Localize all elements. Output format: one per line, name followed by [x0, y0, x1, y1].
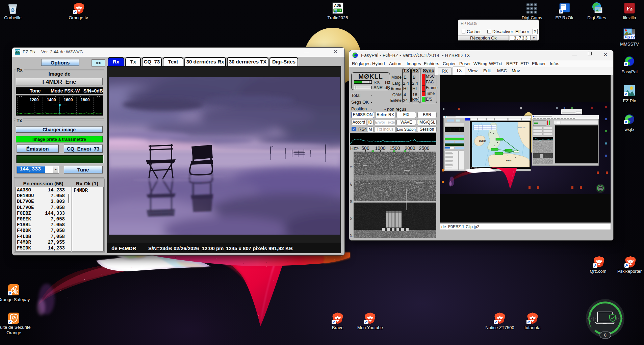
svg-text:1600: 1600 — [64, 98, 73, 102]
svg-text:Dublin: Dublin — [479, 140, 486, 142]
svg-text:North Sea: North Sea — [517, 127, 525, 129]
svg-text:0: 0 — [604, 333, 606, 338]
svg-text:1200: 1200 — [30, 98, 39, 102]
svg-text:1400: 1400 — [47, 98, 56, 102]
svg-text:1800: 1800 — [81, 98, 90, 102]
svg-text:STV: STV — [627, 35, 635, 39]
svg-text:Paris: Paris — [506, 159, 512, 162]
svg-text:Fz: Fz — [626, 5, 633, 12]
svg-text:ADE: ADE — [334, 4, 341, 7]
